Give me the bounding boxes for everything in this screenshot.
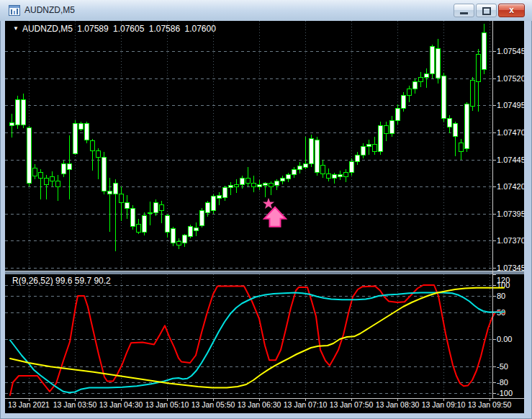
close-icon: x (509, 5, 514, 15)
time-axis-label: 13 Jan 05:10 (145, 400, 189, 409)
candle (430, 47, 435, 74)
candle (120, 194, 124, 203)
time-axis-label: 13 Jan 06:30 (238, 400, 281, 409)
candle (419, 77, 423, 81)
indicator-label: R(9,26,52) 99.6 59.7 90.2 (12, 276, 111, 286)
time-axis-label: 13 Jan 08:30 (376, 400, 420, 409)
quote-symbol: AUDNZD,M5 (22, 24, 73, 34)
candle (39, 173, 43, 179)
candle (344, 173, 348, 177)
time-axis-label: 13 Jan 07:50 (330, 400, 374, 409)
candle (91, 141, 95, 151)
candle (114, 184, 118, 194)
candle (384, 126, 389, 134)
candle (194, 227, 199, 231)
candle (338, 175, 343, 177)
candle (50, 177, 55, 181)
price-axis-label: 1.07470 (497, 128, 524, 137)
time-axis-label: 13 Jan 09:50 (468, 400, 512, 409)
candle (85, 124, 89, 140)
minimize-button[interactable] (454, 4, 474, 17)
candle (223, 188, 227, 198)
candle (407, 89, 412, 96)
maximize-button[interactable] (476, 4, 497, 17)
chart-canvas[interactable]: 13 Jan 202113 Jan 03:5013 Jan 04:3013 Ja… (5, 21, 524, 413)
price-axis-label: 1.07545 (497, 47, 524, 55)
price-axis-label: 1.07495 (497, 101, 524, 109)
candle (137, 225, 141, 233)
candle (171, 229, 176, 243)
price-axis-label: 1.07395 (497, 210, 524, 218)
candle (108, 191, 112, 194)
quote-close: 1.07600 (184, 24, 215, 34)
quote-open: 1.07589 (77, 24, 108, 34)
candle (33, 168, 37, 176)
time-axis-label: 13 Jan 09:10 (422, 400, 466, 409)
indicator-axis-label: 0.00 (497, 335, 512, 343)
candle (56, 181, 60, 187)
candle (304, 164, 308, 168)
candle (68, 164, 72, 170)
candle (206, 203, 210, 213)
quote-high: 1.07605 (113, 24, 144, 34)
candle (477, 55, 481, 82)
restore-icon (482, 7, 491, 15)
candle (281, 178, 285, 181)
candle (212, 197, 216, 211)
candle (459, 143, 464, 152)
candle (373, 144, 377, 152)
quote-overlay: ▼AUDNZD,M5 1.07589 1.07605 1.07586 1.076… (13, 24, 218, 34)
price-axis-label: 1.07420 (497, 182, 524, 191)
indicator-axis-label: -100 (497, 389, 513, 397)
time-axis-label: 13 Jan 03:50 (53, 400, 97, 409)
title-bar[interactable]: AUDNZD,M5 x (0, 0, 532, 21)
price-axis-label: 1.07370 (497, 236, 524, 245)
candle (217, 195, 222, 199)
candle (73, 124, 78, 154)
candle (269, 184, 274, 187)
candle (436, 49, 441, 78)
candle (321, 165, 325, 174)
candle (16, 100, 20, 125)
candle (482, 32, 487, 69)
candle (379, 126, 383, 152)
candle (356, 155, 360, 161)
candle (454, 124, 458, 137)
candle (471, 81, 475, 107)
candle (258, 184, 262, 186)
window-title: AUDNZD,M5 (24, 0, 75, 21)
candle (96, 150, 101, 157)
indicator-values: 99.6 59.7 90.2 (55, 276, 111, 286)
candle (367, 144, 371, 146)
mt4-chart-window: AUDNZD,M5 x 13 Jan 202113 Jan 03:5013 Ja… (0, 0, 532, 419)
candle (263, 184, 268, 186)
candle (333, 175, 337, 179)
candle (125, 203, 130, 209)
panel-separator-highlight (5, 271, 524, 271)
candle (148, 212, 153, 214)
close-button[interactable]: x (498, 4, 525, 17)
candle (45, 178, 49, 184)
indicator-axis-label: 80 (497, 292, 505, 300)
candle (413, 81, 418, 89)
candle (143, 216, 147, 233)
candle (131, 208, 135, 227)
candle (240, 178, 245, 184)
candle (235, 184, 239, 186)
candle (327, 174, 331, 178)
candle (79, 124, 84, 130)
symbol-dropdown-icon[interactable]: ▼ (13, 25, 19, 32)
candle (200, 210, 204, 225)
candle (62, 164, 66, 174)
candle (246, 178, 251, 184)
candle (465, 104, 469, 149)
candle (10, 122, 14, 126)
candle (390, 120, 395, 133)
time-axis-label: 13 Jan 04:30 (99, 400, 143, 409)
candle (442, 76, 446, 119)
candle (160, 205, 164, 211)
candle (315, 140, 320, 172)
candle (402, 96, 406, 109)
candle (425, 74, 429, 78)
candle (22, 100, 26, 125)
